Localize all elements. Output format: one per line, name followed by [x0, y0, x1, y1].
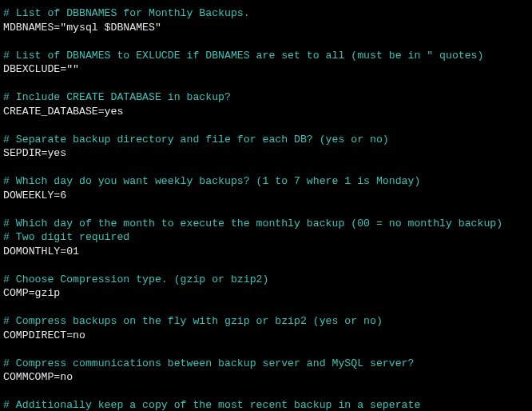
comment-line: # List of DBBNAMES for Monthly Backups. — [3, 7, 250, 19]
comment-line: # Compress communications between backup… — [3, 357, 414, 369]
config-line: DOWEEKLY=6 — [3, 190, 66, 202]
config-line: DOMONTHLY=01 — [3, 245, 79, 257]
comment-line: # Compress backups on the fly with gzip … — [3, 315, 383, 327]
comment-line: # Choose Compression type. (gzip or bzip… — [3, 273, 268, 285]
config-line: SEPDIR=yes — [3, 147, 66, 159]
config-line: MDBNAMES="mysql $DBNAMES" — [3, 22, 161, 34]
config-line: COMPDIRECT=no — [3, 329, 85, 341]
config-line: CREATE_DATABASE=yes — [3, 106, 123, 118]
comment-line: # Which day of the month to execute the … — [3, 217, 502, 229]
config-line: COMP=gzip — [3, 287, 60, 299]
config-file-contents: # List of DBBNAMES for Monthly Backups. … — [3, 6, 529, 411]
comment-line: # List of DBNAMES to EXLUCDE if DBNAMES … — [3, 50, 483, 62]
comment-line: # Additionally keep a copy of the most r… — [3, 399, 420, 411]
comment-line: # Separate backup directory and file for… — [3, 134, 389, 146]
comment-line: # Include CREATE DATABASE in backup? — [3, 91, 231, 103]
config-line: COMMCOMP=no — [3, 371, 73, 383]
comment-line: # Two digit required — [3, 231, 129, 243]
comment-line: # Which day do you want weekly backups? … — [3, 175, 420, 187]
config-line: DBEXCLUDE="" — [3, 63, 79, 75]
